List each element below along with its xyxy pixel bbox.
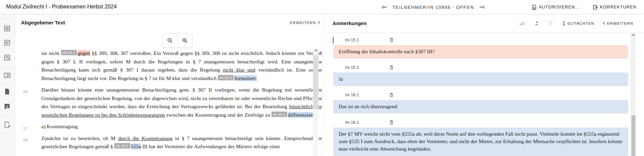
participant-label: TEILNEHMER/IN 10988 - OFFEN — [392, 5, 474, 10]
delete-annotation-button[interactable] — [389, 120, 394, 125]
paragraph: 17a) Kostentragung — [41, 122, 322, 131]
zoom-out-icon — [167, 37, 173, 44]
previous-participant-button[interactable] — [380, 4, 388, 10]
document-scrollbar[interactable] — [313, 47, 319, 156]
sidebar-item-edit-document[interactable] — [3, 121, 12, 129]
comment-edit-icon — [3, 103, 11, 110]
filter-button[interactable] — [548, 21, 553, 26]
annotation-card[interactable]: Ja — [334, 73, 628, 85]
mark-all-done-button[interactable] — [519, 21, 525, 26]
text-segment: III hat der Vermieter die Aufwendungen d… — [141, 143, 280, 149]
sidebar-item-review-done[interactable] — [3, 54, 12, 62]
zoom-controls — [162, 33, 193, 48]
document-lines-icon — [3, 39, 11, 46]
annotation-label-row: mi 16.1 — [334, 92, 628, 98]
delete-annotation-button[interactable] — [389, 92, 394, 98]
trash-icon — [389, 38, 394, 42]
corrections-label: KORREKTUREN — [600, 5, 637, 9]
annotation-id-label: mi 16.1 — [345, 93, 359, 97]
corrections-exit-icon — [592, 4, 598, 10]
annotation-card[interactable]: Das ist an sich überzeugend — [334, 100, 628, 113]
gutachten-label: GUTACHTEN — [567, 21, 594, 25]
scroll-up-button[interactable] — [313, 47, 319, 54]
text-segment: durch die Kostentragung — [118, 135, 173, 141]
scrollbar-thumb[interactable] — [631, 115, 636, 156]
paragraph: 18Zunächst ist zu beurteilen, ob M durch… — [41, 134, 322, 151]
annotation-ref-tag[interactable]: mi 15.1 — [61, 50, 77, 55]
annotation-label-row: mi 15.2 — [334, 65, 628, 70]
text-segment: a) Kostentragung — [41, 123, 78, 129]
annotation-id-label: mi 15.1 — [345, 38, 359, 42]
annotations-list: mi 15.1Eröffnung der Inhaltskontrolle na… — [323, 32, 644, 156]
text-segment: Darüber hinaus könnte eine unangemessene… — [41, 87, 322, 109]
document-panel-header: Abgegebener Text ERWEITERN — [15, 15, 323, 25]
participant-navigation: TEILNEHMER/IN 10988 - OFFEN — [380, 0, 486, 14]
sidebar-item-comments[interactable] — [3, 103, 12, 111]
annotation-label-row: mi 15.1 — [334, 37, 628, 43]
line-number: 18 — [23, 136, 28, 144]
top-bar-actions: AUTORISIEREN... KORREKTUREN — [531, 0, 637, 14]
submitted-text-panel: Abgegebener Text ERWEITERN — [15, 15, 323, 156]
gutachten-sort-button[interactable]: GUTACHTEN — [562, 21, 594, 26]
sidebar-item-pages[interactable] — [3, 88, 12, 96]
annotation-card[interactable]: Der §7 MV weicht nicht vom §555a ab, wei… — [334, 128, 628, 155]
zoom-in-button[interactable] — [177, 34, 192, 47]
text-segment: gegen — [78, 50, 90, 56]
top-bar: Modul Zivilrecht I - Probeexamen Herbst … — [0, 0, 644, 14]
authorize-document-icon — [531, 4, 537, 10]
annotation-ref-tag[interactable]: mi 18.1 — [114, 143, 130, 149]
scrollbar-thumb[interactable] — [313, 55, 318, 109]
sidebar-item-text-view[interactable] — [3, 25, 12, 33]
sidebar-item-reader-view[interactable] — [3, 72, 12, 80]
trash-icon — [389, 93, 394, 97]
annotations-toolbar: GUTACHTEN ERWEITERN — [519, 21, 633, 26]
annotations-scrollbar[interactable] — [631, 32, 636, 156]
text-segment: sie nicht — [41, 50, 61, 56]
annotation-row: mi 16.1Das ist an sich überzeugend — [334, 92, 628, 113]
document-expand-label: ERWEITERN — [290, 21, 316, 25]
corrector-filter-button[interactable] — [534, 21, 539, 26]
document-panel-title: Abgegebener Text — [21, 20, 65, 25]
annotation-id-label: mi 18.1 — [345, 120, 359, 125]
trash-icon — [389, 120, 394, 125]
arrow-left-icon — [380, 4, 388, 10]
line-number: 17 — [23, 124, 28, 133]
annotation-ref-tag[interactable]: mi 16.1 — [271, 112, 287, 117]
delete-annotation-button[interactable] — [389, 65, 394, 70]
person-icon — [534, 21, 539, 26]
annotations-panel-title: Anmerkungen — [333, 20, 367, 26]
sidebar-divider — [0, 132, 15, 133]
line-number: 16 — [23, 87, 28, 96]
annotation-row: mi 15.2Ja — [334, 65, 628, 85]
sidebar-item-text-alt[interactable] — [3, 39, 12, 47]
trash-icon — [389, 65, 394, 70]
left-sidebar — [0, 15, 15, 156]
corrections-button[interactable]: KORREKTUREN — [592, 4, 637, 10]
chevron-left-icon — [603, 21, 605, 25]
annotation-row: mi 18.1Der §7 MV weicht nicht vom §555a … — [334, 120, 628, 155]
authorize-label: AUTORISIEREN... — [539, 5, 580, 9]
paragraph: 16Darüber hinaus könnte eine unangemesse… — [41, 86, 322, 119]
annotation-card[interactable]: Eröffnung der Inhaltskontrolle nach §307… — [334, 45, 628, 58]
authorize-button[interactable]: AUTORISIEREN... — [531, 4, 580, 10]
document-expand-button[interactable]: ERWEITERN — [290, 21, 320, 25]
text-segment: nicht klar und — [223, 67, 256, 73]
annotation-label-row: mi 18.1 — [334, 120, 628, 125]
next-participant-button[interactable] — [479, 4, 486, 10]
document-check-icon — [3, 54, 11, 61]
document-lines-icon — [3, 25, 11, 32]
annotations-expand-button[interactable]: ERWEITERN — [603, 21, 633, 25]
scroll-up-button[interactable] — [631, 32, 636, 38]
annotations-panel: Anmerkungen — [323, 15, 644, 156]
chevron-up-icon — [314, 49, 318, 52]
page-title: Modul Zivilrecht I - Probeexamen Herbst … — [6, 4, 117, 10]
annotations-expand-label: ERWEITERN — [607, 21, 633, 25]
annotation-ref-tag[interactable]: mi 15.2 — [218, 75, 234, 80]
sidebar-divider — [0, 116, 15, 116]
annotation-row: mi 15.1Eröffnung der Inhaltskontrolle na… — [334, 37, 628, 58]
double-check-icon — [519, 21, 525, 26]
annotation-id-label: mi 15.2 — [345, 65, 359, 70]
zoom-out-button[interactable] — [162, 34, 177, 47]
delete-annotation-button[interactable] — [389, 37, 394, 43]
text-segment: zwischen der Kostentragung und der Zeitf… — [165, 112, 271, 118]
